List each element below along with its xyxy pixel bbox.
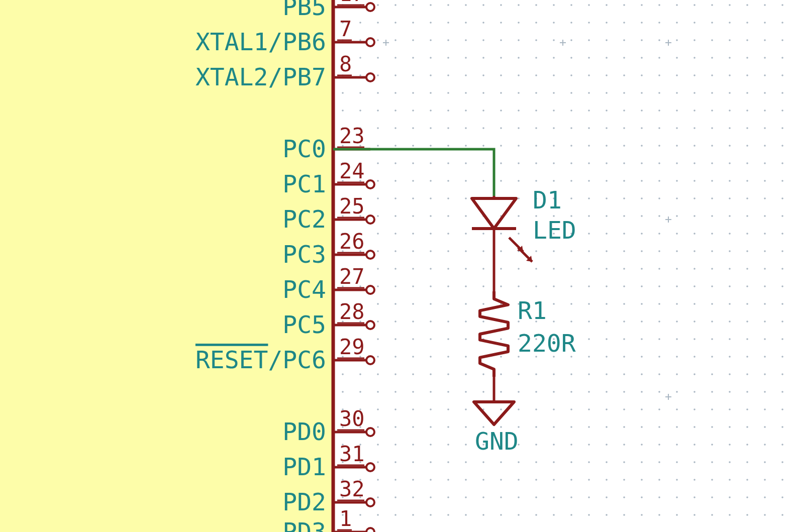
svg-point-708 (746, 321, 748, 323)
component-r1-resistor[interactable]: R1220R (480, 291, 576, 377)
svg-point-709 (746, 338, 748, 340)
svg-point-90 (394, 4, 397, 6)
svg-point-426 (588, 110, 590, 112)
svg-point-646 (711, 285, 713, 287)
pin-label: PD3 (282, 517, 326, 532)
svg-point-392 (570, 39, 572, 41)
svg-point-332 (535, 39, 537, 41)
svg-point-770 (781, 356, 783, 358)
pin-endpoint[interactable] (366, 180, 374, 188)
pin-endpoint[interactable] (366, 528, 374, 532)
svg-point-686 (729, 461, 731, 463)
svg-point-558 (658, 321, 660, 323)
svg-point-116 (394, 461, 397, 463)
svg-point-84 (377, 426, 379, 428)
svg-point-594 (676, 426, 678, 428)
svg-point-499 (623, 338, 625, 340)
svg-point-665 (729, 92, 731, 94)
svg-point-59 (359, 514, 361, 516)
svg-point-573 (676, 57, 678, 59)
svg-point-377 (553, 303, 555, 305)
svg-point-687 (729, 479, 731, 481)
pin-endpoint[interactable] (366, 428, 374, 436)
schematic-canvas[interactable]: 17PB57XTAL1/PB68XTAL2/PB723PC024PC125PC2… (0, 0, 792, 532)
svg-point-123 (412, 57, 414, 59)
svg-point-393 (570, 57, 572, 59)
svg-point-125 (412, 92, 414, 94)
svg-point-654 (711, 426, 713, 428)
svg-point-527 (641, 303, 643, 305)
svg-point-416 (570, 461, 572, 463)
pin-endpoint[interactable] (366, 463, 374, 471)
svg-point-346 (535, 285, 537, 287)
pin-number: 24 (339, 159, 365, 183)
svg-point-305 (518, 92, 520, 94)
svg-point-678 (729, 321, 731, 323)
svg-point-267 (482, 479, 484, 481)
svg-point-616 (694, 285, 696, 287)
svg-point-77 (377, 303, 379, 305)
svg-point-707 (746, 303, 748, 305)
svg-point-503 (623, 408, 625, 410)
svg-point-411 (570, 373, 572, 375)
svg-point-759 (781, 162, 783, 164)
svg-point-595 (676, 444, 678, 446)
pin-endpoint[interactable] (366, 3, 374, 11)
svg-point-96 (394, 110, 397, 112)
pin-endpoint[interactable] (366, 38, 374, 46)
power-gnd[interactable]: GND (474, 397, 519, 455)
svg-point-562 (658, 391, 660, 393)
svg-point-415 (570, 444, 572, 446)
svg-point-253 (482, 233, 484, 235)
svg-point-447 (588, 479, 590, 481)
component-d1-led[interactable]: D1LED (472, 186, 576, 291)
svg-point-307 (518, 127, 520, 129)
svg-point-734 (764, 250, 766, 252)
svg-point-404 (570, 250, 572, 252)
svg-point-656 (711, 461, 713, 463)
svg-point-321 (518, 373, 520, 375)
svg-point-126 (412, 110, 414, 112)
svg-point-629 (694, 514, 696, 516)
svg-point-751 (781, 22, 783, 24)
grid-dots (342, 4, 783, 516)
svg-point-658 (711, 496, 713, 498)
svg-point-334 (535, 74, 537, 76)
pin-endpoint[interactable] (366, 498, 374, 506)
svg-point-625 (694, 444, 696, 446)
svg-point-276 (500, 110, 502, 112)
svg-point-672 (729, 215, 731, 217)
pin-endpoint[interactable] (366, 321, 374, 329)
svg-point-587 (676, 303, 678, 305)
svg-point-220 (465, 180, 467, 182)
svg-point-689 (729, 514, 731, 516)
svg-point-644 (711, 250, 713, 252)
pin-endpoint[interactable] (366, 356, 374, 364)
svg-point-174 (430, 426, 432, 428)
pin-endpoint[interactable] (366, 251, 374, 259)
svg-point-394 (570, 74, 572, 76)
svg-point-184 (447, 74, 449, 76)
svg-point-277 (500, 127, 502, 129)
svg-point-310 (518, 180, 520, 182)
svg-point-710 (746, 356, 748, 358)
svg-point-161 (430, 197, 432, 199)
svg-point-600 (694, 4, 696, 6)
svg-point-327 (518, 479, 520, 481)
svg-point-414 (570, 426, 572, 428)
pin-number: 30 (339, 406, 365, 431)
svg-point-78 (377, 321, 379, 323)
pin-endpoint[interactable] (366, 216, 374, 224)
pin-endpoint[interactable] (366, 286, 374, 294)
pin-endpoint[interactable] (366, 73, 374, 81)
svg-point-395 (570, 92, 572, 94)
svg-point-189 (447, 162, 449, 164)
svg-point-455 (606, 92, 608, 94)
svg-point-715 (746, 444, 748, 446)
svg-point-630 (711, 4, 713, 6)
svg-point-230 (465, 356, 467, 358)
svg-point-446 (588, 461, 590, 463)
svg-point-508 (623, 496, 625, 498)
svg-point-376 (553, 285, 555, 287)
pin-number: 32 (339, 477, 365, 501)
